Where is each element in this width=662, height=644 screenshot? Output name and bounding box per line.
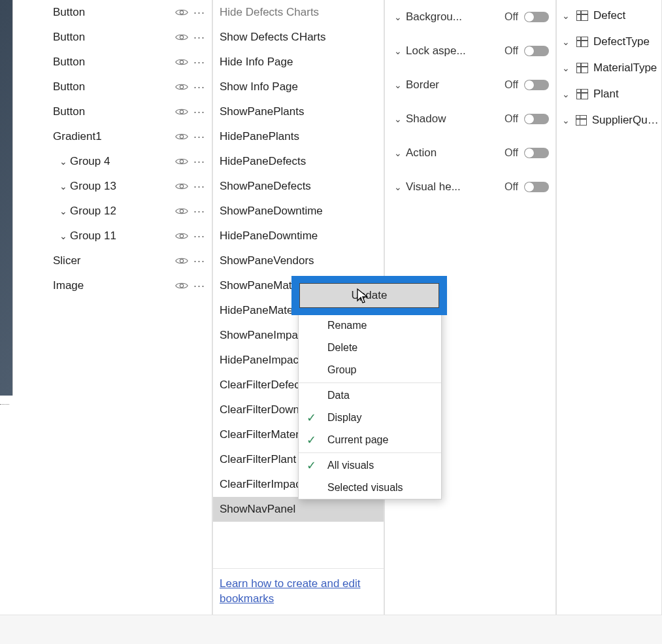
bookmark-item[interactable]: ShowPaneVendors: [213, 248, 384, 273]
chevron-down-icon[interactable]: ⌄: [394, 80, 406, 90]
selection-item-label: Gradient1: [53, 130, 174, 143]
selection-item[interactable]: Button···: [42, 25, 212, 50]
selection-item[interactable]: Button···: [42, 99, 212, 124]
chevron-down-icon[interactable]: ⌄: [394, 182, 406, 192]
visibility-eye-icon[interactable]: [174, 178, 190, 194]
svg-point-2: [180, 60, 183, 63]
more-options-icon[interactable]: ···: [193, 229, 207, 243]
field-table-row[interactable]: ⌄Defect: [557, 3, 661, 29]
field-table-label: Plant: [593, 88, 619, 101]
chevron-down-icon[interactable]: ⌄: [394, 46, 406, 56]
visibility-eye-icon[interactable]: [174, 5, 190, 20]
selection-item[interactable]: Button···: [42, 50, 212, 75]
field-table-row[interactable]: ⌄SupplierQuality: [557, 107, 661, 133]
selection-item-label: Group 11: [70, 229, 174, 243]
bookmark-item[interactable]: HidePaneDefects: [213, 149, 384, 174]
context-menu-item[interactable]: Rename: [299, 314, 441, 337]
selection-item[interactable]: ⌄Group 4···: [42, 149, 212, 174]
format-property-row[interactable]: ⌄Visual he...Off: [385, 170, 555, 204]
selection-item[interactable]: ⌄Group 12···: [42, 199, 212, 224]
selection-item[interactable]: ⌄Group 11···: [42, 224, 212, 248]
more-options-icon[interactable]: ···: [193, 31, 207, 44]
selection-item[interactable]: Gradient1···: [42, 124, 212, 149]
visibility-eye-icon[interactable]: [174, 228, 190, 244]
visibility-eye-icon[interactable]: [174, 154, 190, 169]
toggle-switch[interactable]: [524, 80, 549, 90]
visibility-eye-icon[interactable]: [174, 203, 190, 219]
bookmark-item[interactable]: ShowPaneDefects: [213, 174, 384, 199]
bookmark-item[interactable]: Hide Info Page: [213, 50, 384, 75]
chevron-down-icon[interactable]: ⌄: [394, 148, 406, 158]
context-menu-item[interactable]: Selected visuals: [299, 477, 441, 499]
context-menu-item[interactable]: Group: [299, 359, 441, 381]
chevron-down-icon[interactable]: ⌄: [562, 10, 571, 21]
more-options-icon[interactable]: ···: [193, 180, 207, 194]
context-menu-item-label: Data: [327, 390, 350, 401]
svg-point-6: [180, 160, 183, 163]
bookmark-item[interactable]: HidePanePlants: [213, 124, 384, 149]
more-options-icon[interactable]: ···: [193, 254, 207, 268]
bookmark-item[interactable]: ShowPaneDowntime: [213, 199, 384, 224]
more-options-icon[interactable]: ···: [193, 155, 207, 169]
visibility-eye-icon[interactable]: [174, 129, 190, 144]
toggle-switch[interactable]: [524, 182, 549, 192]
visibility-eye-icon[interactable]: [174, 104, 190, 120]
format-property-row[interactable]: ⌄Lock aspe...Off: [385, 34, 555, 68]
chevron-down-icon[interactable]: ⌄: [57, 156, 70, 167]
more-options-icon[interactable]: ···: [193, 6, 207, 20]
chevron-down-icon[interactable]: ⌄: [394, 12, 406, 22]
context-menu-item[interactable]: Data: [299, 384, 441, 407]
chevron-down-icon[interactable]: ⌄: [394, 114, 406, 124]
context-menu-item[interactable]: Delete: [299, 337, 441, 359]
more-options-icon[interactable]: ···: [193, 56, 207, 69]
bookmark-item[interactable]: HidePaneDowntime: [213, 224, 384, 248]
selection-item[interactable]: Slicer···: [42, 248, 212, 273]
visibility-eye-icon[interactable]: [174, 54, 190, 70]
more-options-icon[interactable]: ···: [193, 105, 207, 119]
selection-item[interactable]: Image···: [42, 273, 212, 298]
bookmarks-learn-link[interactable]: Learn how to create and edit bookmarks: [220, 577, 377, 607]
visibility-eye-icon[interactable]: [174, 253, 190, 269]
field-table-row[interactable]: ⌄MaterialType: [557, 55, 661, 81]
field-table-row[interactable]: ⌄Plant: [557, 81, 661, 107]
toggle-switch[interactable]: [524, 148, 549, 158]
chevron-down-icon[interactable]: ⌄: [562, 115, 571, 126]
bookmark-item[interactable]: Hide Defects Charts: [213, 0, 384, 25]
field-table-label: MaterialType: [593, 61, 657, 75]
visibility-eye-icon[interactable]: [174, 79, 190, 95]
more-options-icon[interactable]: ···: [193, 279, 207, 293]
svg-point-10: [180, 259, 183, 262]
bookmark-item[interactable]: Show Info Page: [213, 75, 384, 99]
format-property-row[interactable]: ⌄ActionOff: [385, 136, 555, 170]
chevron-down-icon[interactable]: ⌄: [57, 206, 70, 216]
field-table-row[interactable]: ⌄DefectType: [557, 29, 661, 55]
format-property-row[interactable]: ⌄ShadowOff: [385, 102, 555, 136]
visibility-eye-icon[interactable]: [174, 29, 190, 45]
chevron-down-icon[interactable]: ⌄: [562, 63, 571, 73]
more-options-icon[interactable]: ···: [193, 205, 207, 218]
selection-item[interactable]: ⌄Group 13···: [42, 174, 212, 199]
more-options-icon[interactable]: ···: [193, 80, 207, 94]
context-menu-item-update[interactable]: Update: [299, 283, 439, 308]
context-menu-item[interactable]: ✓All visuals: [299, 454, 441, 477]
selection-item[interactable]: Button···: [42, 75, 212, 99]
context-menu-item[interactable]: ✓Current page: [299, 429, 441, 451]
chevron-down-icon[interactable]: ⌄: [57, 231, 70, 241]
more-options-icon[interactable]: ···: [193, 130, 207, 144]
format-property-row[interactable]: ⌄Backgrou...Off: [385, 0, 555, 34]
chevron-down-icon[interactable]: ⌄: [562, 89, 571, 99]
context-menu-item[interactable]: ✓Display: [299, 407, 441, 429]
format-property-label: Backgrou...: [406, 10, 505, 24]
toggle-switch[interactable]: [524, 12, 549, 22]
bookmark-item-label: HidePaneImpact: [220, 354, 302, 367]
chevron-down-icon[interactable]: ⌄: [57, 181, 70, 192]
format-property-row[interactable]: ⌄BorderOff: [385, 68, 555, 102]
selection-item[interactable]: Button···: [42, 0, 212, 25]
bookmark-item[interactable]: ShowNavPanel: [213, 497, 384, 522]
toggle-switch[interactable]: [524, 46, 549, 56]
toggle-switch[interactable]: [524, 114, 549, 124]
bookmark-item[interactable]: ShowPanePlants: [213, 99, 384, 124]
bookmark-item[interactable]: Show Defects CHarts: [213, 25, 384, 50]
visibility-eye-icon[interactable]: [174, 278, 190, 294]
chevron-down-icon[interactable]: ⌄: [562, 37, 571, 47]
